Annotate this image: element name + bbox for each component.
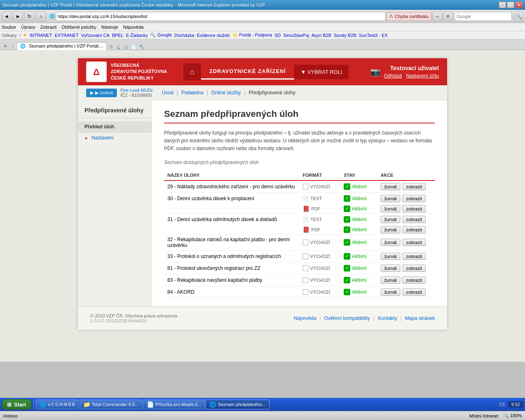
- taskbar-item-2[interactable]: 📄 Příručka pro lékaře.d...: [143, 399, 205, 409]
- breadcrumb-uvod[interactable]: Úvod: [162, 90, 173, 96]
- taskbar-item-1[interactable]: 📁 Total Commander 6.5...: [80, 399, 142, 409]
- nav-vybrat-btn[interactable]: ▼ VYBRAT ROLI: [294, 65, 349, 79]
- zobrazit-btn-30a[interactable]: zobrazit: [402, 195, 426, 202]
- link-sd[interactable]: SD: [274, 33, 281, 38]
- maximize-button[interactable]: □: [507, 2, 514, 8]
- zurnal-btn-29[interactable]: žurnál: [381, 183, 400, 190]
- tab-print-btn[interactable]: 🖨: [124, 45, 128, 50]
- address-bar[interactable]: [56, 12, 386, 21]
- menu-zobrazit[interactable]: Zobrazit: [40, 25, 57, 30]
- taskbar-item-0[interactable]: 🌐 e C G N M B B: [36, 399, 79, 409]
- zobrazit-btn-31b[interactable]: zobrazit: [402, 226, 426, 233]
- close-button[interactable]: ✕: [515, 2, 523, 8]
- zurnal-btn-31a[interactable]: žurnál: [381, 216, 400, 223]
- taskbar-divider: [33, 399, 34, 409]
- menu-napoveda[interactable]: Nápověda: [123, 25, 144, 30]
- taskbar-item-3[interactable]: 🌐 Seznam předplatného...: [205, 399, 269, 409]
- table-row: 31 - Denní uzávěrka odmítnutých dávek a …: [164, 213, 435, 225]
- browser-toolbar: ◄ ► ↻ ⌂ 🌐 ⚠ Chyba certifikátu → ✕ 🔍: [0, 10, 525, 23]
- user-fullname-link[interactable]: Petr Leoš MUDr.: [120, 88, 153, 93]
- row-actions-31a: žurnál zobrazit: [377, 213, 435, 225]
- cert-error[interactable]: ⚠ Chyba certifikátu: [386, 12, 431, 21]
- link-asyn[interactable]: Asyn B2B: [311, 33, 331, 38]
- tab-add-btn[interactable]: +: [10, 43, 16, 50]
- active-tab[interactable]: 🌐 Seznam předplatného | VZP Portál | Vše…: [16, 42, 107, 50]
- zurnal-btn-31b[interactable]: žurnál: [381, 226, 400, 233]
- zurnal-btn-81[interactable]: žurnál: [381, 265, 400, 272]
- menu-nastroje[interactable]: Nástroje: [101, 25, 118, 30]
- footer-mapa[interactable]: Mapa stránek: [405, 315, 435, 321]
- stop-button[interactable]: ✕: [443, 11, 453, 21]
- back-button[interactable]: ◄: [2, 11, 11, 21]
- status-text-30b: Aktivní: [352, 206, 367, 212]
- format-checkbox-29: [303, 184, 308, 189]
- zobrazit-btn-81[interactable]: zobrazit: [402, 265, 426, 272]
- link-evidence[interactable]: Evidence služeb: [197, 33, 230, 38]
- row-status-31a: ✓ Aktivní: [340, 213, 377, 225]
- footer-overeni[interactable]: Ověření kompatibility: [324, 315, 370, 321]
- format-checkbox-33: [303, 253, 308, 259]
- footer-napoveda[interactable]: Nápověda: [294, 315, 316, 321]
- link-google[interactable]: 🔍 Google: [150, 32, 172, 38]
- zobrazit-btn-33[interactable]: zobrazit: [402, 253, 426, 260]
- go-button[interactable]: →: [432, 11, 442, 21]
- start-button[interactable]: ⊞ Start: [2, 399, 32, 410]
- tab-star-btn[interactable]: ★: [2, 43, 9, 50]
- link-ezadanky[interactable]: E-Žádanky: [126, 33, 148, 38]
- sidebar-link-nastaveni[interactable]: ► Nastavení: [78, 132, 151, 143]
- row-actions-83: žurnál zobrazit: [377, 274, 435, 286]
- link-sondy[interactable]: Sondy B2B: [334, 33, 356, 38]
- row-actions-84: žurnál zobrazit: [377, 286, 435, 298]
- change-button[interactable]: ▶ ▶ změnit: [86, 89, 117, 97]
- search-button[interactable]: 🔍: [514, 11, 523, 21]
- menu-soubor[interactable]: Soubor: [2, 25, 16, 30]
- tab-tools-btn[interactable]: 🔧: [139, 44, 145, 50]
- status-text-81: Aktivní: [352, 265, 367, 271]
- nav-zdravotnicke-btn[interactable]: ZDRAVOTNICKÉ ZAŘÍZENÍ: [201, 64, 294, 80]
- tab-rss-btn[interactable]: 📡: [116, 44, 121, 50]
- row-name-84: 84 - AKORD: [164, 286, 299, 298]
- link-bpel[interactable]: BPEL: [112, 33, 123, 38]
- link-vyrizovani[interactable]: Vyřizování CA: [81, 33, 110, 38]
- row-status-30b: ✓ Aktivní: [340, 204, 377, 214]
- link-intranet[interactable]: INTRANET: [30, 33, 52, 38]
- link-extranet[interactable]: EXTRANET: [55, 33, 79, 38]
- settings-link[interactable]: Nastavení účtu: [406, 73, 439, 79]
- zurnal-btn-30b[interactable]: žurnál: [381, 205, 400, 212]
- forward-button[interactable]: ►: [13, 11, 23, 21]
- link-simustavpoj[interactable]: SimuStavPoj: [283, 33, 309, 38]
- breadcrumb-podatelna[interactable]: Podatelna: [181, 90, 203, 96]
- zurnal-btn-83[interactable]: žurnál: [381, 276, 400, 284]
- zurnal-btn-30a[interactable]: žurnál: [381, 195, 400, 202]
- zobrazit-btn-32[interactable]: zobrazit: [402, 239, 426, 246]
- status-text-83: Aktivní: [352, 277, 367, 283]
- tab-settings-btn[interactable]: ⚙: [109, 44, 113, 50]
- footer-kontakty[interactable]: Kontakty: [378, 315, 397, 321]
- nav-vybrat-label: ▼ VYBRAT ROLI: [301, 69, 342, 75]
- link-dochazka[interactable]: Docházka: [174, 33, 194, 38]
- link-portal-podpora[interactable]: ⭐ Portál - Podpora: [232, 32, 272, 38]
- search-input[interactable]: [454, 12, 512, 21]
- zurnal-btn-33[interactable]: žurnál: [381, 253, 400, 260]
- menu-oblibene[interactable]: Oblíbené položky: [62, 25, 96, 30]
- refresh-button[interactable]: ↻: [25, 11, 34, 21]
- zobrazit-btn-31a[interactable]: zobrazit: [402, 216, 426, 223]
- nav-home-btn[interactable]: ⌂: [183, 64, 201, 80]
- minimize-button[interactable]: _: [499, 2, 506, 8]
- zurnal-btn-84[interactable]: žurnál: [381, 288, 400, 296]
- menu-upravy[interactable]: Úpravy: [21, 25, 35, 30]
- row-format-30a: 📄 TEXT: [299, 192, 340, 204]
- row-format-33: VÝCHOZÍ: [299, 250, 340, 262]
- breadcrumb-online[interactable]: Online služby: [211, 90, 241, 96]
- zobrazit-btn-29[interactable]: zobrazit: [402, 183, 426, 190]
- browser-titlebar: Seznam předplatného | VZP Portál | Všeob…: [0, 0, 525, 10]
- zobrazit-btn-30b[interactable]: zobrazit: [402, 205, 426, 212]
- zobrazit-btn-84[interactable]: zobrazit: [402, 288, 426, 296]
- home-button[interactable]: ⌂: [36, 11, 46, 21]
- logout-link[interactable]: Odhlásit: [384, 73, 402, 79]
- tab-page-btn[interactable]: 📄: [131, 44, 137, 50]
- zurnal-btn-32[interactable]: žurnál: [381, 239, 400, 246]
- zobrazit-btn-83[interactable]: zobrazit: [402, 276, 426, 284]
- link-suntest[interactable]: SunTest3 - EX: [359, 33, 388, 38]
- links-label: Odkazy: [2, 33, 17, 38]
